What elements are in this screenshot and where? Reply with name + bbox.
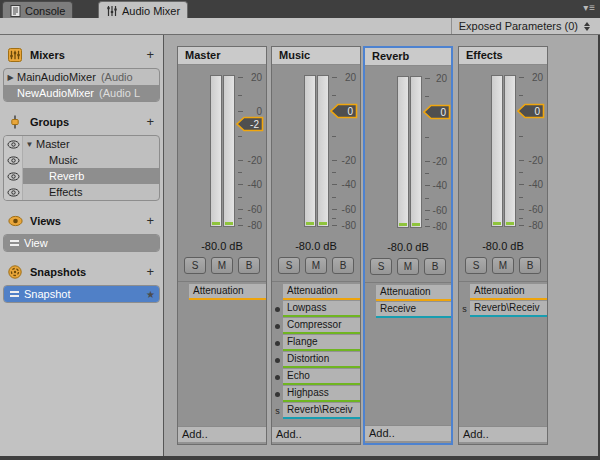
effect-slot-attenuation[interactable]: Attenuation (189, 284, 266, 300)
reorder-handle-icon[interactable] (10, 240, 19, 246)
mixer-channel-area: Master200-20-40-60-80-2-80.0 dBSMBAttenu… (164, 35, 598, 456)
effects-list: AttenuationLowpassCompressorFlangeDistor… (272, 281, 360, 444)
meter-bar-right (410, 76, 422, 228)
scale-tick-major (238, 209, 243, 210)
effect-gutter (459, 284, 470, 300)
list-item-snapshot[interactable]: Snapshot★ (4, 286, 159, 302)
favorite-star-icon[interactable]: ★ (146, 289, 155, 300)
list-item-effects[interactable]: Effects (4, 184, 159, 200)
send-indicator[interactable]: s (272, 403, 283, 419)
scale-tick-major (519, 209, 524, 210)
wet-mix-dot-icon[interactable] (272, 301, 283, 317)
wet-mix-dot-icon[interactable] (272, 386, 283, 402)
add-views-button[interactable]: + (143, 215, 157, 227)
volume-fader-handle[interactable]: 0 (330, 103, 358, 119)
bypass-button[interactable]: B (424, 258, 446, 275)
strip-title[interactable]: Effects (459, 47, 547, 65)
visibility-eye-icon[interactable] (4, 152, 23, 168)
views-icon (8, 215, 24, 227)
wet-mix-dot-icon[interactable] (272, 318, 283, 334)
strip-title[interactable]: Music (272, 47, 360, 65)
volume-fader-handle[interactable]: -2 (236, 116, 264, 132)
list-item-mainaudiomixer[interactable]: ▶MainAudioMixer(Audio (4, 69, 159, 85)
meter-bar-left (491, 75, 503, 227)
list-item-reverb[interactable]: Reverb (4, 168, 159, 184)
bypass-button[interactable]: B (238, 257, 260, 274)
effect-slot-reverb-receiv[interactable]: Reverb\Receiv (470, 301, 547, 317)
add-effect-button[interactable]: Add.. (272, 426, 360, 442)
effect-slot-attenuation[interactable]: Attenuation (376, 285, 451, 301)
visibility-eye-icon[interactable] (4, 136, 23, 152)
volume-fader-handle[interactable]: 0 (423, 104, 451, 120)
db-readout: -80.0 dB (178, 240, 266, 252)
pane-menu-icon[interactable]: ▾≡ (583, 2, 596, 13)
tab-audio-mixer[interactable]: Audio Mixer (98, 1, 188, 19)
exposed-parameters-dropdown[interactable]: Exposed Parameters (0) (451, 18, 597, 34)
channel-strip-reverb[interactable]: Reverb200-20-40-60-800-80.0 dBSMBAttenua… (363, 46, 453, 445)
visibility-eye-icon[interactable] (4, 184, 23, 200)
channel-strip-effects[interactable]: Effects200-20-40-60-800-80.0 dBSMBAttenu… (458, 46, 548, 445)
add-groups-button[interactable]: + (143, 116, 157, 128)
effect-slot-attenuation[interactable]: Attenuation (283, 284, 360, 300)
foldout-triangle-icon[interactable]: ▼ (23, 140, 36, 149)
send-indicator[interactable]: s (459, 301, 470, 317)
add-effect-button[interactable]: Add.. (459, 426, 547, 442)
effect-slot-compressor[interactable]: Compressor (283, 318, 360, 334)
add-snapshots-button[interactable]: + (143, 266, 157, 278)
effect-row: Compressor (272, 318, 360, 334)
scale-tick-minor (425, 173, 429, 174)
tab-label: Audio Mixer (122, 5, 180, 17)
mute-button[interactable]: M (397, 258, 419, 275)
list-item-view[interactable]: View (4, 235, 159, 251)
solo-button[interactable]: S (370, 258, 392, 275)
add-mixers-button[interactable]: + (143, 49, 157, 61)
bullet-icon (275, 375, 280, 380)
channel-strip-music[interactable]: Music200-20-40-60-800-80.0 dBSMBAttenuat… (271, 46, 361, 445)
scale-label: -80 (529, 220, 543, 231)
section-header-mixers: Mixers+ (8, 46, 157, 64)
meter-level-green (399, 223, 407, 226)
wet-mix-dot-icon[interactable] (272, 335, 283, 351)
effect-slot-highpass[interactable]: Highpass (283, 386, 360, 402)
bypass-button[interactable]: B (519, 257, 541, 274)
views-list: View (3, 234, 160, 252)
solo-button[interactable]: S (465, 257, 487, 274)
effects-list: AttenuationsReverb\ReceivAdd.. (459, 281, 547, 444)
visibility-eye-icon[interactable] (4, 168, 23, 184)
mute-button[interactable]: M (305, 257, 327, 274)
scale-tick-major (425, 185, 430, 186)
solo-button[interactable]: S (278, 257, 300, 274)
mute-button[interactable]: M (211, 257, 233, 274)
effect-slot-distortion[interactable]: Distortion (283, 352, 360, 368)
wet-mix-dot-icon[interactable] (272, 369, 283, 385)
scale-label: -60 (433, 204, 447, 215)
strip-title[interactable]: Master (178, 47, 266, 65)
foldout-triangle-icon[interactable]: ▶ (4, 73, 17, 82)
reorder-handle-icon[interactable] (10, 291, 19, 297)
strip-title[interactable]: Reverb (365, 48, 451, 66)
scale-tick-minor (425, 198, 429, 199)
effect-slot-lowpass[interactable]: Lowpass (283, 301, 360, 317)
volume-fader-handle[interactable]: 0 (517, 103, 545, 119)
wet-mix-dot-icon[interactable] (272, 352, 283, 368)
effect-slot-attenuation[interactable]: Attenuation (470, 284, 547, 300)
channel-strip-master[interactable]: Master200-20-40-60-80-2-80.0 dBSMBAttenu… (177, 46, 267, 445)
tab-console[interactable]: Console (2, 1, 73, 19)
solo-button[interactable]: S (184, 257, 206, 274)
effect-slot-receive[interactable]: Receive (376, 302, 451, 318)
add-effect-button[interactable]: Add.. (365, 425, 451, 441)
scale-label: -40 (529, 179, 543, 190)
item-label: Music (49, 154, 78, 166)
bypass-button[interactable]: B (332, 257, 354, 274)
scale-tick-major (238, 160, 243, 161)
add-effect-button[interactable]: Add.. (178, 426, 266, 442)
effect-gutter (178, 284, 189, 300)
list-item-master[interactable]: ▼Master (4, 136, 159, 152)
effect-slot-reverb-receiv[interactable]: Reverb\Receiv (283, 403, 360, 419)
meter-level-green (306, 222, 314, 225)
mute-button[interactable]: M (492, 257, 514, 274)
effect-slot-echo[interactable]: Echo (283, 369, 360, 385)
list-item-newaudiomixer[interactable]: NewAudioMixer(Audio L (4, 85, 159, 101)
list-item-music[interactable]: Music (4, 152, 159, 168)
effect-slot-flange[interactable]: Flange (283, 335, 360, 351)
